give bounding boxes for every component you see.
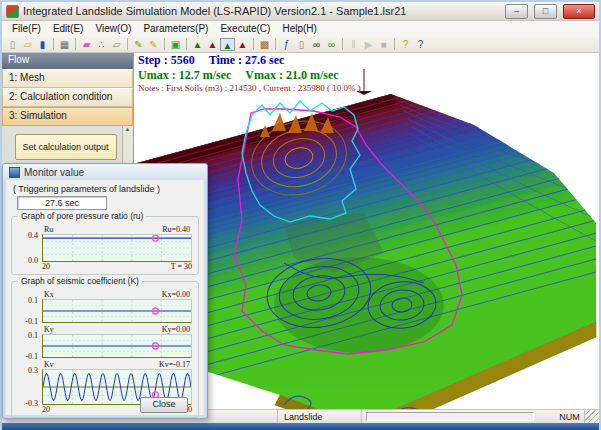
monitor-subtitle: ( Triggering parameters of landslide ) [13, 184, 199, 194]
help-icon[interactable]: ? [398, 38, 413, 51]
monitor-time-field[interactable]: 27.6 sec [17, 196, 107, 210]
flow-panel-header: Flow [2, 53, 133, 69]
notes-readout: Notes : First Soils (m3) : 214530 , Curr… [138, 83, 361, 93]
kx-ymax-label: 0.1 [16, 296, 38, 305]
stop-icon: ■ [376, 38, 391, 51]
toolbar-separator [53, 38, 54, 50]
resize-grip[interactable] [585, 410, 599, 423]
toolbar-separator [394, 38, 395, 50]
menu-edit[interactable]: Edit(E) [47, 22, 90, 35]
sim-green-icon[interactable]: ▲ [190, 38, 205, 51]
pore-x-axis: 20 T = 30 [42, 262, 192, 272]
app-icon [6, 5, 19, 18]
time-readout: Time : 27.6 sec [209, 53, 285, 67]
menu-help[interactable]: Help(H) [276, 22, 322, 35]
soil-area-icon[interactable]: ▰ [79, 38, 94, 51]
pore-pressure-group-label: Graph of pore pressure ratio (ru) [18, 211, 146, 221]
window-bottom-border [2, 423, 599, 430]
flow-item-mesh[interactable]: 1: Mesh [2, 69, 133, 88]
menu-bar: File(F) Edit(E) View(O) Parameters(P) Ex… [2, 21, 599, 36]
monitor-window-icon [9, 167, 20, 178]
ru-value-label: Ru=0.40 [162, 225, 190, 234]
simulation-hud: Step : 5560Time : 27.6 sec Umax : 12.7 m… [138, 53, 361, 93]
kv-ymin-label: -0.3 [16, 399, 38, 408]
import-area-icon[interactable]: ▱ [109, 38, 124, 51]
sim-red2-icon[interactable]: ▲ [235, 38, 250, 51]
search-green-icon[interactable]: ∞ [324, 38, 339, 51]
ky-value-label: Ky=0.00 [162, 325, 190, 334]
kx-ymin-label: -0.1 [16, 317, 38, 326]
ru-axis-label: Ru [44, 225, 53, 234]
menu-parameters[interactable]: Parameters(P) [137, 22, 214, 35]
draw-tool-yellow-icon[interactable]: ✎ [146, 38, 161, 51]
window-title: Integrated Landslide Simulation Model (L… [23, 5, 499, 17]
pore-pressure-graph: Ru Ru=0.40 0.4 0.0 [42, 234, 192, 262]
toolbar-separator [127, 38, 128, 50]
status-progress-bar [366, 412, 534, 421]
toolbar-separator [164, 38, 165, 50]
close-button[interactable]: × [563, 4, 595, 19]
x-max-label: T = 30 [171, 262, 192, 272]
monitor-close-button[interactable]: Close [140, 397, 188, 413]
toolbar-separator [275, 38, 276, 50]
snapshot-icon[interactable]: ▩ [257, 38, 272, 51]
toolbar-separator [75, 38, 76, 50]
monitor-value-window[interactable]: Monitor value ( Triggering parameters of… [2, 163, 208, 419]
maximize-button[interactable]: □ [534, 4, 557, 19]
kv-value-label: Kv=-0.17 [159, 360, 190, 369]
ru-ymax-label: 0.4 [16, 231, 38, 240]
umax-readout: Umax : 12.7 m/sec [138, 68, 231, 82]
sim-green-active-icon[interactable]: ▲ [220, 38, 235, 51]
ky-axis-label: Ky [44, 325, 54, 334]
scatter-points-icon[interactable]: ∴ [94, 38, 109, 51]
sim-red-icon[interactable]: ▲ [205, 38, 220, 51]
toolbar: ▯▱▮▦▰∴▱✎✎▣▲▲▲▲▩ƒ▯∞∞‖▶■?? [2, 36, 599, 53]
minimize-button[interactable]: – [505, 4, 528, 19]
set-calculation-output-button[interactable]: Set calculation output [15, 134, 117, 160]
menu-execute[interactable]: Execute(C) [214, 22, 276, 35]
seismic-group-label: Graph of seismic coefficient (K) [18, 276, 142, 286]
ky-plot [42, 334, 192, 358]
draw-tool-green-icon[interactable]: ✎ [131, 38, 146, 51]
play-icon: ▶ [361, 38, 376, 51]
flow-item-calculation-condition[interactable]: 2: Calculation condition [2, 88, 133, 107]
pore-pressure-group: Graph of pore pressure ratio (ru) Ru Ru=… [11, 216, 199, 275]
title-bar[interactable]: Integrated Landslide Simulation Model (L… [2, 2, 599, 21]
monitor-title-bar[interactable]: Monitor value [3, 164, 207, 181]
toolbar-separator [186, 38, 187, 50]
monitor-body: ( Triggering parameters of landslide ) 2… [6, 180, 204, 415]
save-icon[interactable]: ▮ [35, 38, 50, 51]
monitor-window-title: Monitor value [24, 167, 84, 178]
flow-item-simulation[interactable]: 3: Simulation [2, 107, 133, 126]
clipboard-icon[interactable]: ▯ [294, 38, 309, 51]
status-mode-pane: Landslide [278, 410, 362, 423]
check-flag-icon[interactable]: ▣ [168, 38, 183, 51]
x-min-label: 20 [42, 405, 50, 415]
ky-ymin-label: -0.1 [16, 352, 38, 361]
context-help-icon[interactable]: ? [413, 38, 428, 51]
ru-ymin-label: 0.0 [16, 256, 38, 265]
ru-plot [42, 234, 192, 262]
search-dark-icon[interactable]: ∞ [309, 38, 324, 51]
open-folder-icon[interactable]: ▱ [20, 38, 35, 51]
new-file-icon[interactable]: ▯ [5, 38, 20, 51]
kx-plot [42, 299, 192, 323]
kv-ymax-label: 0.3 [16, 366, 38, 375]
vmax-readout: Vmax : 21.0 m/sec [245, 68, 338, 82]
toolbar-separator [342, 38, 343, 50]
step-readout: Step : 5560 [138, 53, 195, 67]
mesh-grid-icon[interactable]: ▦ [57, 38, 72, 51]
menu-file[interactable]: File(F) [6, 22, 47, 35]
kx-axis-label: Kx [44, 290, 54, 299]
menu-view[interactable]: View(O) [89, 22, 137, 35]
toolbar-separator [253, 38, 254, 50]
x-min-label: 20 [42, 262, 50, 272]
kv-axis-label: Kv [44, 360, 54, 369]
kx-graph: Kx Kx=0.00 0.1 -0.1 [42, 299, 192, 323]
pause-icon: ‖ [346, 38, 361, 51]
kx-value-label: Kx=0.00 [162, 290, 190, 299]
function-icon[interactable]: ƒ [279, 38, 294, 51]
ky-graph: Ky Ky=0.00 0.1 -0.1 [42, 334, 192, 358]
status-num-lock: NUM [555, 410, 585, 423]
ky-ymax-label: 0.1 [16, 331, 38, 340]
